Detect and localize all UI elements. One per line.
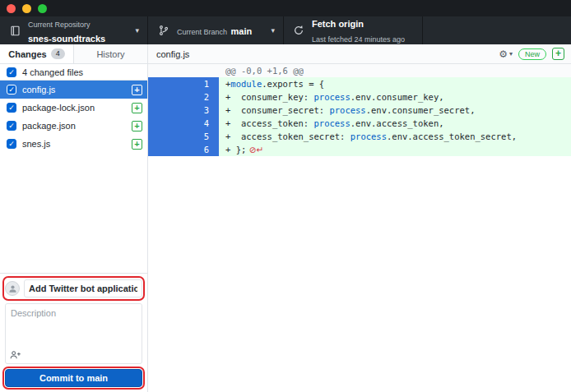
sidebar: Changes 4 History ✓ 4 changed files ✓con…: [0, 44, 148, 392]
tab-changes[interactable]: Changes 4: [0, 44, 73, 63]
close-window-button[interactable]: [7, 4, 16, 13]
diff-file-title: config.js: [156, 49, 499, 59]
line-number[interactable]: 5: [148, 130, 219, 143]
current-repository-value: snes-soundtracks: [28, 34, 105, 44]
line-number[interactable]: 3: [148, 104, 219, 117]
diff-file-header: config.js ⚙ ▾ New +: [148, 44, 571, 64]
hunk-header-row: @@ -0,0 +1,6 @@: [148, 64, 571, 77]
zoom-window-button[interactable]: [38, 4, 47, 13]
expand-diff-plus-icon[interactable]: +: [552, 48, 564, 60]
line-code: + }; ⊘↵: [219, 143, 571, 156]
commit-description-input[interactable]: [6, 304, 142, 347]
minimize-window-button[interactable]: [22, 4, 31, 13]
file-list: ✓config.js+✓package-lock.json+✓package.j…: [0, 81, 147, 273]
file-added-plus-icon: +: [132, 85, 142, 95]
line-code: + consumer_key: process.env.consumer_key…: [219, 90, 571, 104]
line-number[interactable]: 2: [148, 90, 219, 104]
tab-history[interactable]: History: [73, 44, 147, 63]
commit-description-box: [5, 303, 142, 364]
tab-changes-label: Changes: [8, 49, 46, 59]
chevron-down-icon: ▾: [271, 26, 275, 35]
current-repository-dropdown[interactable]: Current Repository snes-soundtracks ▾: [0, 16, 148, 44]
diff-options-button[interactable]: ⚙ ▾: [499, 48, 513, 60]
file-row-package-lock.json[interactable]: ✓package-lock.json+: [0, 99, 147, 117]
new-file-badge: New: [518, 48, 546, 60]
line-code: +module.exports = {: [219, 77, 571, 90]
commit-summary-input[interactable]: [24, 279, 142, 297]
line-number[interactable]: 6: [148, 143, 219, 156]
file-checkbox[interactable]: ✓: [7, 139, 16, 149]
tab-history-label: History: [96, 49, 124, 59]
file-checkbox[interactable]: ✓: [7, 85, 16, 95]
traffic-lights: [7, 4, 47, 13]
chevron-down-icon: ▾: [135, 26, 139, 35]
fetch-origin-sublabel: Last fetched 24 minutes ago: [312, 35, 405, 44]
sync-icon: [292, 24, 305, 37]
current-branch-dropdown[interactable]: Current Branch main ▾: [148, 16, 284, 44]
repo-icon: [8, 24, 21, 37]
hunk-header-text: @@ -0,0 +1,6 @@: [219, 64, 571, 77]
diff-line-6[interactable]: 6+ }; ⊘↵: [148, 143, 571, 156]
line-code: + access_token_secret: process.env.acces…: [219, 130, 571, 143]
select-all-checkbox[interactable]: ✓: [7, 67, 16, 77]
commit-area: Commit to main: [0, 273, 147, 392]
current-branch-label: Current Branch: [177, 28, 227, 36]
toolbar: Current Repository snes-soundtracks ▾ Cu…: [0, 16, 571, 44]
file-name: package.json: [22, 121, 126, 131]
titlebar: [0, 0, 571, 16]
diff-lines: 1+module.exports = {2+ consumer_key: pro…: [148, 77, 571, 156]
chevron-down-icon: ▾: [509, 50, 513, 58]
diff-line-3[interactable]: 3+ consumer_secret: process.env.consumer…: [148, 104, 571, 117]
file-name: snes.js: [22, 139, 126, 149]
gear-icon: ⚙: [499, 48, 508, 60]
changes-count-badge: 4: [51, 48, 65, 59]
file-row-package.json[interactable]: ✓package.json+: [0, 117, 147, 135]
diff-line-5[interactable]: 5+ access_token_secret: process.env.acce…: [148, 130, 571, 143]
commit-to-main-button[interactable]: Commit to main: [5, 369, 142, 387]
diff-pane: config.js ⚙ ▾ New + @@ -0,0 +1,6 @@ 1+mo…: [148, 44, 571, 392]
line-number[interactable]: 4: [148, 117, 219, 130]
add-coauthor-icon[interactable]: [10, 350, 21, 360]
changed-files-header: ✓ 4 changed files: [0, 64, 147, 81]
file-name: config.js: [22, 85, 126, 95]
diff-view: @@ -0,0 +1,6 @@ 1+module.exports = {2+ c…: [148, 64, 571, 392]
github-desktop-window: Current Repository snes-soundtracks ▾ Cu…: [0, 0, 571, 392]
changed-files-count: 4 changed files: [22, 67, 83, 77]
fetch-origin-button[interactable]: Fetch origin Last fetched 24 minutes ago: [284, 16, 423, 44]
file-checkbox[interactable]: ✓: [7, 103, 16, 113]
sidebar-tabs: Changes 4 History: [0, 44, 147, 64]
line-code: + consumer_secret: process.env.consumer_…: [219, 104, 571, 117]
file-added-plus-icon: +: [132, 103, 142, 113]
diff-line-1[interactable]: 1+module.exports = {: [148, 77, 571, 90]
fetch-origin-label: Fetch origin: [312, 19, 364, 29]
file-added-plus-icon: +: [132, 139, 142, 150]
file-row-config.js[interactable]: ✓config.js+: [0, 81, 147, 99]
current-repository-label: Current Repository: [28, 21, 91, 29]
branch-icon: [157, 24, 170, 37]
file-added-plus-icon: +: [132, 121, 142, 131]
current-branch-value: main: [230, 26, 252, 36]
file-checkbox[interactable]: ✓: [7, 121, 16, 131]
hunk-gutter: [148, 64, 219, 77]
line-code: + access_token: process.env.access_token…: [219, 117, 571, 130]
avatar: [5, 281, 20, 296]
line-number[interactable]: 1: [148, 77, 219, 90]
diff-line-4[interactable]: 4+ access_token: process.env.access_toke…: [148, 117, 571, 130]
file-row-snes.js[interactable]: ✓snes.js+: [0, 135, 147, 153]
diff-line-2[interactable]: 2+ consumer_key: process.env.consumer_ke…: [148, 90, 571, 104]
file-name: package-lock.json: [22, 103, 126, 113]
